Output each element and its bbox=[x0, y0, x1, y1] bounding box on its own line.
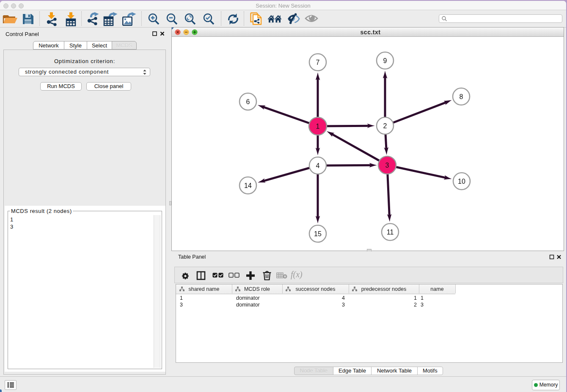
svg-text:4: 4 bbox=[316, 162, 320, 169]
svg-text:9: 9 bbox=[383, 57, 387, 64]
svg-text:10: 10 bbox=[458, 178, 465, 185]
svg-text:3: 3 bbox=[385, 162, 389, 169]
svg-text:7: 7 bbox=[316, 59, 320, 66]
svg-text:14: 14 bbox=[244, 182, 252, 189]
svg-text:8: 8 bbox=[460, 93, 463, 100]
svg-text:15: 15 bbox=[314, 230, 322, 237]
svg-text:2: 2 bbox=[383, 122, 387, 130]
svg-text:11: 11 bbox=[387, 229, 394, 236]
svg-text:6: 6 bbox=[246, 98, 250, 105]
svg-text:1: 1 bbox=[316, 123, 320, 130]
